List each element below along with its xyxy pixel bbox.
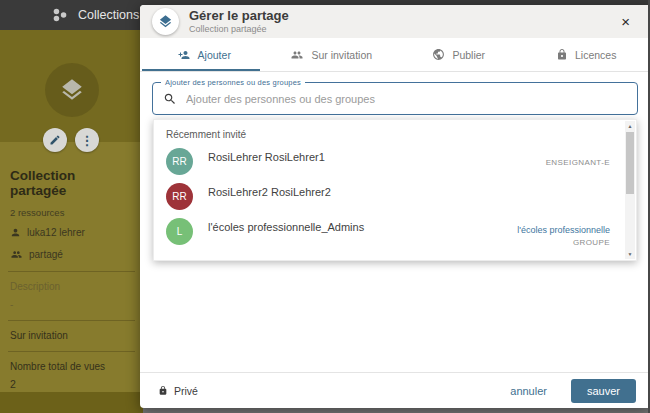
- avatar: RR: [166, 183, 193, 210]
- more-vert-icon: ⋮: [81, 134, 94, 147]
- suggestion-row[interactable]: L l'écoles professionnelle_Admins l'écol…: [154, 212, 636, 249]
- pencil-icon: [49, 134, 61, 146]
- layers-icon: [158, 14, 173, 29]
- divider: [8, 271, 135, 272]
- avatar: L: [166, 218, 193, 245]
- scrollbar-thumb[interactable]: [626, 132, 634, 194]
- breadcrumb-collections[interactable]: Collections: [78, 8, 139, 22]
- dialog-collection-icon: [152, 8, 179, 35]
- tab-label: Publier: [452, 49, 485, 61]
- collection-resource-count: 2 ressources: [10, 207, 133, 218]
- suggestion-name: RosiLehrer2 RosiLehrer2: [208, 183, 610, 198]
- person-icon: [10, 227, 21, 238]
- edit-collection-button[interactable]: [43, 128, 67, 152]
- layers-icon: [59, 77, 85, 103]
- tab-label: Licences: [575, 49, 616, 61]
- scroll-up-icon[interactable]: ▲: [625, 121, 635, 131]
- sidebar-footer-strip: [0, 392, 143, 413]
- divider: [8, 320, 135, 321]
- close-icon[interactable]: ×: [617, 12, 634, 31]
- views-label: Nombre total de vues: [10, 361, 133, 372]
- tab-label: Sur invitation: [311, 49, 372, 61]
- lock-icon: [158, 385, 168, 396]
- collection-cover: ⋮: [0, 30, 143, 142]
- suggestion-org: l'écoles professionnelle: [517, 225, 610, 235]
- field-floating-label: Ajouter des personnes ou des groupes: [161, 78, 305, 87]
- tab-ajouter[interactable]: Ajouter: [140, 38, 268, 71]
- collection-sidebar: ⋮ Collection partagée 2 ressources luka1…: [0, 30, 143, 413]
- group-icon: [10, 249, 23, 260]
- tab-label: Ajouter: [198, 49, 231, 61]
- dialog-header: Gérer le partage Collection partagée ×: [140, 5, 650, 38]
- lock-icon: [556, 48, 568, 61]
- privacy-status: Privé: [174, 385, 198, 397]
- search-icon: [163, 92, 177, 106]
- invitation-status: Sur invitation: [10, 330, 133, 341]
- dialog-title: Gérer le partage: [189, 9, 289, 24]
- collections-cluster-icon: [52, 7, 68, 23]
- suggestion-role: ENSEIGNANT-E: [546, 158, 610, 167]
- more-options-button[interactable]: ⋮: [75, 128, 99, 152]
- dropdown-scrollbar[interactable]: ▲ ▼: [625, 121, 635, 259]
- collection-owner: luka12 lehrer: [27, 227, 85, 238]
- suggestion-name: RosiLehrer RosiLehrer1: [208, 148, 546, 163]
- add-people-field: Ajouter des personnes ou des groupes: [152, 82, 638, 115]
- suggestion-row[interactable]: RR RosiLehrer RosiLehrer1 ENSEIGNANT-E: [154, 142, 636, 177]
- collection-info-panel: Collection partagée 2 ressources luka12 …: [0, 142, 143, 392]
- person-add-icon: [177, 49, 191, 61]
- globe-icon: [432, 48, 445, 61]
- suggestion-name: l'écoles professionnelle_Admins: [208, 218, 517, 233]
- divider: [8, 351, 135, 352]
- avatar: RR: [166, 148, 193, 175]
- collection-shared-status: partagé: [29, 249, 63, 260]
- tab-licences[interactable]: Licences: [523, 38, 650, 71]
- dialog-subtitle: Collection partagée: [189, 24, 289, 34]
- dropdown-section-header: Récemment invité: [154, 120, 636, 142]
- save-button[interactable]: sauver: [571, 379, 636, 403]
- suggestion-role: GROUPE: [517, 238, 610, 247]
- collection-avatar: [45, 63, 99, 117]
- cancel-button[interactable]: annuler: [510, 385, 547, 397]
- dialog-footer: Privé annuler sauver: [140, 372, 650, 408]
- share-tabs: Ajouter Sur invitation Publier Licences: [140, 38, 650, 72]
- group-icon: [290, 49, 304, 61]
- search-input[interactable]: [186, 93, 627, 105]
- collection-title: Collection partagée: [10, 168, 133, 198]
- suggestions-dropdown: Récemment invité RR RosiLehrer RosiLehre…: [153, 119, 637, 261]
- suggestion-row[interactable]: RR RosiLehrer2 RosiLehrer2: [154, 177, 636, 212]
- tab-sur-invitation[interactable]: Sur invitation: [268, 38, 396, 71]
- description-label: Description: [10, 281, 133, 292]
- tab-publier[interactable]: Publier: [395, 38, 523, 71]
- description-value: -: [10, 299, 133, 310]
- share-dialog: Gérer le partage Collection partagée × A…: [140, 5, 650, 408]
- scroll-down-icon[interactable]: ▼: [625, 249, 635, 259]
- views-value: 2: [10, 378, 133, 390]
